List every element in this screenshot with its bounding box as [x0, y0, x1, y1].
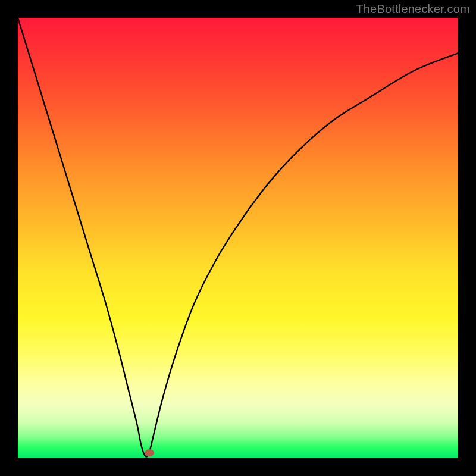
- chart-frame: TheBottlenecker.com: [0, 0, 476, 476]
- plot-area: [18, 18, 458, 458]
- bottleneck-curve: [18, 18, 458, 458]
- optimal-point-marker: [145, 449, 154, 456]
- watermark-text: TheBottlenecker.com: [356, 2, 470, 16]
